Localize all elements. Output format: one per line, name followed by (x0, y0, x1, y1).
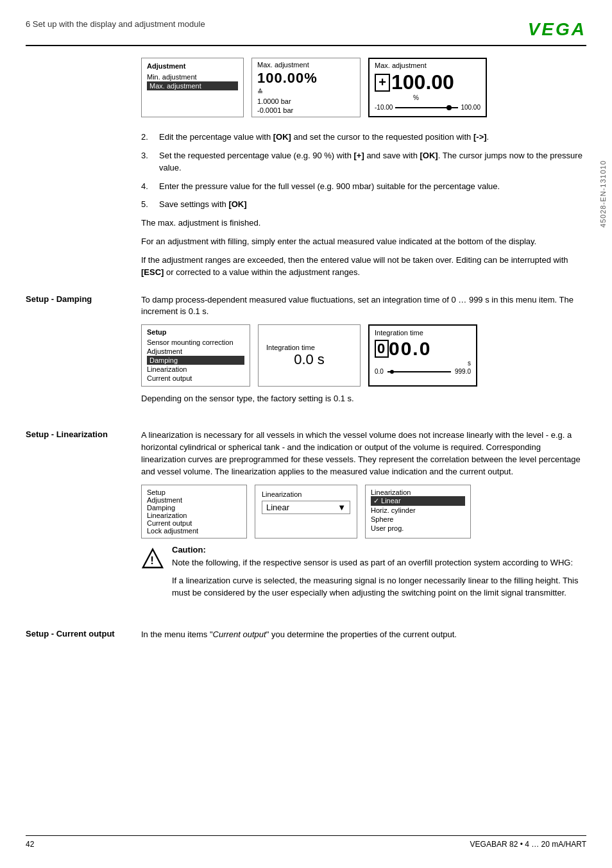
caution-triangle-icon: ! (141, 546, 164, 606)
integration-center-box: Integration time 0.0 s (258, 324, 361, 387)
adj-box2-value: 100.00% (257, 70, 355, 87)
int-slider-line (387, 371, 451, 372)
int-zero-box: 0 (375, 340, 389, 358)
setup-cur-label: Setup - Current output (26, 629, 141, 647)
setup-damping-label: Setup - Damping (26, 294, 141, 412)
adj-slider-line (395, 107, 458, 108)
setup-lin-body: A linearization is necessary for all ves… (141, 430, 586, 611)
max-adj-finished: The max. adjustment is finished. (141, 217, 586, 230)
adj-box2-title: Max. adjustment (257, 61, 355, 69)
esc-para: If the adjustment ranges are exceeded, t… (141, 255, 586, 279)
damping-item-damp-selected: Damping (147, 356, 244, 365)
int-slider-thumb (390, 370, 394, 374)
caution-box: ! Caution: Note the following, if the re… (141, 545, 586, 606)
integration-slider: 0.0 999.0 (375, 368, 471, 375)
lin-dropdown-value: Linear (266, 503, 289, 512)
step-2: 2. Edit the percentage value with [OK] a… (141, 131, 586, 144)
adj-box3-value: + 100.00 (375, 71, 480, 94)
damping-setup-title: Setup (147, 328, 244, 336)
max-adj-input-box: Max. adjustment + 100.00 % -10.00 100.00 (368, 58, 487, 117)
page-footer: 42 VEGABAR 82 • 4 … 20 mA/HART (26, 835, 586, 849)
setup-cur-body: In the menu items "Current output" you d… (141, 629, 586, 647)
setup-linearization-section: Setup - Linearization A linearization is… (26, 430, 586, 611)
footer-page: 42 (26, 840, 34, 849)
adj-box2-equals: ≙ (257, 88, 355, 96)
header-text: 6 Set up with the display and adjustment… (26, 19, 205, 29)
lin-adj-item: Adjustment (147, 496, 241, 504)
lin-right-title: Linearization (371, 488, 465, 496)
lin-setup-box: Setup Adjustment Damping Linearization C… (141, 485, 247, 538)
lin-dropdown-arrow: ▼ (337, 503, 346, 512)
damping-item-lin: Linearization (147, 365, 244, 374)
caution-svg: ! (141, 546, 164, 571)
filling-para: For an adjustment with filling, simply e… (141, 236, 586, 248)
svg-text:!: ! (150, 555, 154, 567)
integration-right-title: Integration time (375, 329, 471, 337)
lin-damp-item: Damping (147, 504, 241, 512)
lin-option-linear-selected: ✓ Linear (371, 496, 465, 506)
damping-item-cur: Current output (147, 374, 244, 383)
caution-content: Caution: Note the following, if the resp… (172, 545, 586, 606)
step-3: 3. Set the requested percentage value (e… (141, 150, 586, 174)
adj-box3-title: Max. adjustment (375, 62, 480, 69)
adj-plus-icon: + (375, 74, 390, 92)
damping-figures: Setup Sensor mounting correction Adjustm… (141, 324, 586, 387)
footer-product: VEGABAR 82 • 4 … 20 mA/HART (470, 840, 586, 849)
adj-max-item-selected: Max. adjustment (147, 81, 238, 90)
adjustment-menu-box: Adjustment Min. adjustment Max. adjustme… (141, 58, 244, 117)
integration-unit: s (375, 360, 471, 367)
adj-slider-min: -10.00 (375, 104, 393, 111)
numbered-list: 2. Edit the percentage value with [OK] a… (141, 131, 586, 211)
step-4: 4. Enter the pressure value for the full… (141, 181, 586, 193)
setup-damping-section: Setup - Damping To damp process-dependen… (26, 294, 586, 412)
damping-intro: To damp process-dependent measured value… (141, 294, 586, 319)
setup-lin-label: Setup - Linearization (26, 430, 141, 611)
caution-para2: If a linearization curve is selected, th… (172, 575, 586, 599)
step-5: 5. Save settings with [OK] (141, 199, 586, 211)
lin-center-box: Linearization Linear ▼ (255, 485, 357, 538)
adj-box2-bar: 1.0000 bar (257, 97, 355, 105)
integration-right-value: 0 00.0 (375, 338, 471, 360)
vertical-label: 45028-EN-131010 (599, 160, 607, 228)
main-content: Adjustment Min. adjustment Max. adjustme… (26, 58, 586, 656)
adj-slider-thumb (446, 105, 452, 110)
max-adj-display-box: Max. adjustment 100.00% ≙ 1.0000 bar -0.… (251, 58, 361, 117)
steps-block: 2. Edit the percentage value with [OK] a… (141, 131, 586, 285)
vega-logo: VEGA (528, 19, 586, 40)
lin-cur-item: Current output (147, 519, 241, 527)
int-slider-min: 0.0 (375, 368, 384, 375)
caution-title: Caution: (172, 545, 586, 555)
adj-box3-slider: -10.00 100.00 (375, 104, 480, 111)
lin-center-title: Linearization (262, 490, 350, 498)
int-slider-max: 999.0 (455, 368, 471, 375)
lin-setup-title: Setup (147, 488, 241, 496)
setup-damping-body: To damp process-dependent measured value… (141, 294, 586, 412)
adj-box2-subbar: -0.0001 bar (257, 106, 355, 114)
adj-box1-title: Adjustment (147, 62, 238, 70)
linearization-figures: Setup Adjustment Damping Linearization C… (141, 485, 586, 538)
damping-setup-box: Setup Sensor mounting correction Adjustm… (141, 324, 250, 387)
adjustment-figures-row: Adjustment Min. adjustment Max. adjustme… (141, 58, 586, 117)
lin-option-horiz: Horiz. cylinder (371, 506, 465, 515)
damping-item-smc: Sensor mounting correction (147, 338, 244, 347)
cur-text: In the menu items "Current output" you d… (141, 629, 586, 641)
lin-option-userprog: User prog. (371, 524, 465, 533)
integration-right-box: Integration time 0 00.0 s 0.0 999.0 (368, 324, 477, 387)
lin-dropdown[interactable]: Linear ▼ (262, 501, 350, 514)
lin-intro: A linearization is necessary for all ves… (141, 430, 586, 478)
lin-option-sphere: Sphere (371, 515, 465, 524)
damping-outro: Depending on the sensor type, the factor… (141, 393, 586, 405)
adj-box3-unit: % (413, 94, 480, 101)
adj-min-item: Min. adjustment (147, 72, 238, 81)
caution-para1: Note the following, if the respective se… (172, 557, 586, 569)
adj-slider-max: 100.00 (461, 104, 480, 111)
setup-current-output-section: Setup - Current output In the menu items… (26, 629, 586, 647)
page-header: 6 Set up with the display and adjustment… (26, 19, 586, 46)
lin-right-box: Linearization ✓ Linear Horiz. cylinder S… (365, 485, 471, 538)
damping-item-adj: Adjustment (147, 347, 244, 356)
integration-center-value: 0.0 s (294, 351, 325, 368)
lin-lin-item-selected: Linearization (147, 512, 241, 519)
integration-center-title: Integration time (266, 344, 315, 351)
lin-lock-item: Lock adjustment (147, 527, 241, 535)
